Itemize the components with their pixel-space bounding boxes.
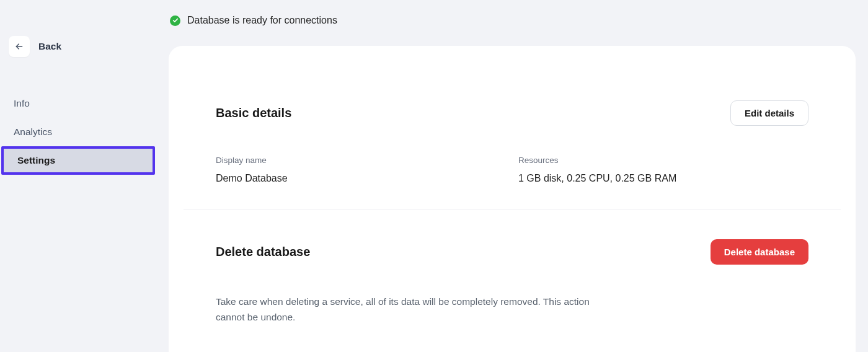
display-name-value: Demo Database <box>216 173 506 184</box>
basic-details-header: Basic details Edit details <box>216 100 808 126</box>
resources-label: Resources <box>518 156 808 165</box>
details-grid: Display name Demo Database Resources 1 G… <box>216 156 808 184</box>
delete-section-title: Delete database <box>216 245 310 259</box>
display-name-label: Display name <box>216 156 506 165</box>
back-label[interactable]: Back <box>38 41 61 52</box>
delete-warning-text: Take care when deleting a service, all o… <box>216 294 613 325</box>
status-banner: Database is ready for connections <box>169 15 856 26</box>
main-content: Database is ready for connections Basic … <box>156 0 868 352</box>
sidebar-item-label: Analytics <box>14 126 52 138</box>
section-divider <box>184 209 841 209</box>
check-circle-icon <box>170 15 180 26</box>
status-text: Database is ready for connections <box>187 15 337 26</box>
settings-card: Basic details Edit details Display name … <box>169 46 856 352</box>
sidebar-item-analytics[interactable]: Analytics <box>0 118 156 146</box>
delete-section-header: Delete database Delete database <box>216 239 808 265</box>
sidebar-item-info[interactable]: Info <box>0 89 156 118</box>
arrow-left-icon <box>14 42 24 51</box>
sidebar-item-label: Info <box>14 98 30 109</box>
sidebar: Back Info Analytics Settings <box>0 0 156 352</box>
basic-details-title: Basic details <box>216 106 291 120</box>
display-name-block: Display name Demo Database <box>216 156 506 184</box>
resources-block: Resources 1 GB disk, 0.25 CPU, 0.25 GB R… <box>518 156 808 184</box>
back-row: Back <box>0 36 156 57</box>
resources-value: 1 GB disk, 0.25 CPU, 0.25 GB RAM <box>518 173 808 184</box>
delete-database-button[interactable]: Delete database <box>711 239 808 265</box>
back-button[interactable] <box>9 36 30 57</box>
edit-details-button[interactable]: Edit details <box>730 100 808 126</box>
sidebar-item-settings[interactable]: Settings <box>1 146 155 175</box>
sidebar-item-label: Settings <box>17 155 55 166</box>
